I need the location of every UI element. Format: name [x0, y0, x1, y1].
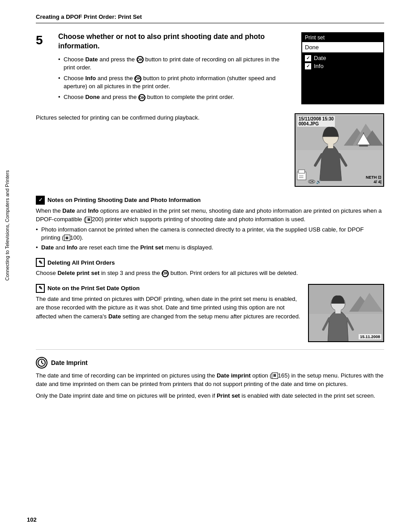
note-shooting-bullets: Photo information cannot be printed when… — [36, 226, 384, 252]
page-header: Creating a DPOF Print Order: Print Set — [36, 13, 384, 23]
date-imprint-body2: Only the Date imprint date and time on p… — [36, 391, 384, 400]
camera-bottom-right: NETH ⊡ 4/ 4| — [366, 175, 381, 184]
step-bullets: Choose Date and press the OK button to p… — [58, 56, 292, 102]
note-print-set-body: The date and time printed on pictures wi… — [36, 295, 301, 321]
camera-date-time: 15/11/2008 15:30 — [299, 116, 334, 121]
clock-icon — [37, 358, 46, 367]
camera-neth: NETH ⊡ — [366, 175, 381, 180]
header-title: Creating a DPOF Print Order: Print Set — [36, 13, 142, 20]
small-camera-date: 15.11.2008 — [359, 334, 381, 339]
note-shooting-title: Notes on Printing Shooting Date and Phot… — [47, 197, 201, 203]
note-print-set-date-section: ✎ Note on the Print Set Date Option The … — [36, 284, 384, 342]
small-camera-svg — [309, 285, 384, 342]
bullet-done: Choose Done and press the OK button to c… — [58, 93, 292, 101]
note-deleting-section: ✎ Deleting All Print Orders Choose Delet… — [36, 258, 384, 278]
note-shooting-body: When the Date and Info options are enabl… — [36, 206, 384, 252]
note-print-set-title: Note on the Print Set Date Option — [47, 285, 140, 292]
note-check-icon: ✓ — [36, 196, 45, 205]
bullet-info: Choose Info and press the OK button to p… — [58, 74, 292, 90]
print-set-option-date: ✓ Date — [305, 55, 381, 61]
camera-screen-inner-1: 15/11/2008 15:30 0004.JPG — [295, 114, 383, 186]
note-pencil-icon-2: ✎ — [36, 284, 45, 293]
print-set-done: Done — [302, 42, 383, 53]
svg-rect-12 — [299, 170, 305, 173]
checkbox-info: ✓ — [305, 63, 311, 69]
sidebar-label: Connecting to Televisions, Computers and… — [4, 170, 10, 281]
ok-icon-1: OK — [137, 56, 144, 63]
svg-rect-8 — [359, 145, 368, 146]
playback-section: Pictures selected for printing can be co… — [36, 113, 384, 187]
date-imprint-section: Date Imprint The date and time of record… — [36, 357, 384, 400]
svg-rect-10 — [328, 144, 334, 148]
date-imprint-icon — [36, 357, 47, 369]
note-pencil-icon-1: ✎ — [36, 258, 45, 267]
note-deleting-title: Deleting All Print Orders — [47, 259, 115, 266]
camera-filename: 0004.JPG — [299, 121, 334, 126]
ok-icon-3: OK — [138, 94, 146, 101]
print-set-box: Print set Done ✓ Date ✓ Info — [301, 32, 384, 104]
step-5-section: 5 Choose whether or not to also print sh… — [36, 32, 384, 104]
date-imprint-header: Date Imprint — [36, 357, 384, 369]
ref-200: ⊠ — [86, 217, 92, 223]
print-set-options: ✓ Date ✓ Info — [302, 53, 383, 73]
page: Creating a DPOF Print Order: Print Set 5… — [0, 0, 411, 532]
camera-top-info: 15/11/2008 15:30 0004.JPG — [297, 116, 335, 127]
note-shooting-header: ✓ Notes on Printing Shooting Date and Ph… — [36, 196, 384, 205]
checkbox-date: ✓ — [305, 55, 311, 61]
note-print-set-header: ✎ Note on the Print Set Date Option — [36, 284, 301, 293]
ok-icon-2: OK — [134, 75, 141, 82]
page-number: 102 — [27, 516, 37, 523]
option-info-label: Info — [314, 63, 324, 69]
option-date-label: Date — [314, 55, 326, 61]
date-imprint-body1: The date and time of recording can be im… — [36, 371, 384, 389]
small-camera-screen: 15.11.2008 — [308, 284, 384, 342]
print-set-option-info: ✓ Info — [305, 63, 381, 69]
step-title: Choose whether or not to also print shoo… — [58, 32, 292, 51]
step-number: 5 — [36, 32, 49, 104]
ref-165: ⊠ — [272, 373, 278, 379]
bullet-date: Choose Date and press the OK button to p… — [58, 56, 292, 72]
svg-rect-21 — [335, 310, 341, 313]
note-shooting-section: ✓ Notes on Printing Shooting Date and Ph… — [36, 196, 384, 252]
date-imprint-title: Date Imprint — [51, 359, 88, 366]
section-divider — [36, 349, 384, 350]
note-bullet-2: Date and Info are reset each time the Pr… — [36, 244, 384, 252]
playback-description: Pictures selected for printing can be co… — [36, 114, 200, 121]
speaker-icon: 🔊 — [316, 180, 321, 184]
camera-ok-bar: OK 🔊 — [308, 180, 321, 184]
note-print-set-text: ✎ Note on the Print Set Date Option The … — [36, 284, 301, 321]
ok-small: OK — [308, 180, 315, 184]
camera-screen-1: 15/11/2008 15:30 0004.JPG — [295, 113, 384, 187]
ref-100: ⊠ — [64, 235, 70, 241]
note-bullet-1: Photo information cannot be printed when… — [36, 226, 384, 242]
playback-text: Pictures selected for printing can be co… — [36, 113, 286, 122]
ok-icon-4: OK — [162, 270, 169, 277]
print-set-title: Print set — [302, 33, 383, 42]
note-deleting-header: ✎ Deleting All Print Orders — [36, 258, 384, 267]
camera-fraction: 4/ 4| — [366, 180, 381, 184]
note-deleting-body: Choose Delete print set in step 3 and pr… — [36, 269, 384, 278]
svg-line-24 — [42, 363, 43, 364]
step-content: Choose whether or not to also print shoo… — [58, 32, 292, 104]
